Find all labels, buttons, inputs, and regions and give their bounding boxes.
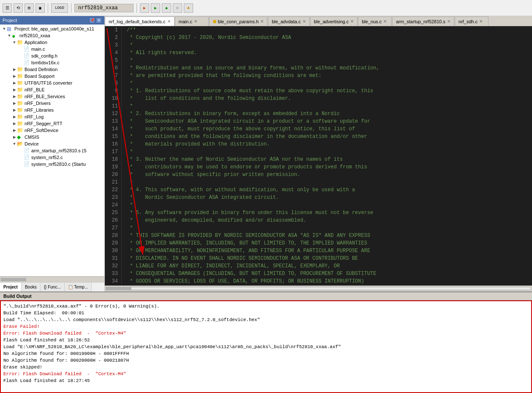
tree-arrow: ▶ [12,108,17,112]
code-line-9: * 1. Redistributions of source code must… [127,87,532,95]
tree-item-device[interactable]: ▼ 📂 Device [0,140,104,147]
toolbar-btn-2[interactable]: ⟲ [14,3,23,13]
tab-close-icon[interactable]: ✕ [479,19,483,24]
tab-ble-advertising[interactable]: ble_advertising.c ✕ [310,16,358,26]
build-line-9: No Algorithm found for: 00020000H - 0002… [3,357,529,364]
toolbar-run-btn[interactable]: ▶ [140,3,149,13]
code-line-1: /** [127,26,532,34]
tab-close-icon[interactable]: ✕ [447,19,450,24]
tree-arrow: ▶ [12,67,17,71]
tree-item-nrf-ble[interactable]: ▶ 📁 nRF_BLE [0,86,104,93]
tab-close-icon[interactable]: ✕ [350,19,354,24]
tree-item-nrf-libraries[interactable]: ▶ 📁 nRF_Libraries [0,107,104,113]
tree-label: nRF_BLE_Services [25,94,65,99]
toolbar-btn-4[interactable]: ▣ [35,3,45,13]
folder-nrf-segger-icon: 📁 [17,121,24,126]
line-num-25: 25 [108,209,118,217]
toolbar-btn-1[interactable]: ☰ [3,3,12,13]
code-line-32: * LIABLE FOR ANY DIRECT, INDIRECT, INCID… [127,262,532,270]
sidebar-scrollbar[interactable] [0,276,104,282]
build-line-12: Flash Load finished at 18:27:45 [3,377,529,384]
main-container: Project 📌 ✕ ▼ ⊞ Project: ble_app_uart_pc… [0,16,532,393]
toolbar-build-btn[interactable]: ⊙ [173,3,182,13]
file-c3-icon: 📄 [24,154,30,160]
code-editor[interactable]: 1 2 3 4 5 6 7 8 9 10 11 12 13 14 [105,26,532,286]
toolbar-btn-3[interactable]: ⊞ [25,3,34,13]
build-line-4: Erase Failed! [3,323,529,330]
tab-close-icon[interactable]: ✕ [167,19,171,24]
folder-nrf-libraries-icon: 📁 [17,107,24,113]
toolbar-sep-1 [48,3,48,13]
tab-nrf-sdh[interactable]: nrf_sdh.c ✕ [455,16,488,26]
line-num-5: 5 [108,57,118,64]
tree-item-nrf-ble-services[interactable]: ▶ 📁 nRF_BLE_Services [0,93,104,100]
tree-label: nRF_Libraries [25,107,54,113]
tab-ble-advdata[interactable]: ble_advdata.c ✕ [268,16,310,26]
tree-item-project-root[interactable]: ▼ ⊞ Project: ble_app_uart_pca10040e_s11 [0,25,104,32]
tree-arrow: ▶ [12,121,17,126]
toolbar-flash-btn[interactable]: ▲ [184,3,193,13]
tree-item-system-nrf52810[interactable]: 📄 system_nrf52810.c (Startu [0,161,104,168]
tab-close-icon[interactable]: ✕ [383,19,387,24]
sidebar-pin-btn[interactable]: 📌 [89,17,95,23]
sidebar-tab-temp[interactable]: 📋 Temp... [65,283,92,291]
line-num-26: 26 [108,217,118,224]
sidebar-tab-project[interactable]: Project [0,283,22,291]
tree-item-board-support[interactable]: ▶ 📁 Board Support [0,73,104,80]
sidebar-tree: ▼ ⊞ Project: ble_app_uart_pca10040e_s11 … [0,25,104,276]
tree-item-application[interactable]: ▼ 📁 Application [0,39,104,46]
tab-close-icon[interactable]: ✕ [260,19,264,24]
scroll-thumb[interactable] [106,287,131,290]
tab-main[interactable]: main.c ✕ [175,16,209,26]
sidebar-tab-func[interactable]: {} Func... [41,283,65,291]
tab-close-icon[interactable]: ✕ [303,19,306,24]
tab-label: ble_advertising.c [314,19,349,24]
tree-item-nrf-softdevice[interactable]: ▶ 📁 nRF_SoftDevice [0,127,104,134]
tree-item-utf8[interactable]: ▶ 📁 UTF8/UTF16 converter [0,80,104,86]
tab-arm-startup[interactable]: arm_startup_nrf52810.s ✕ [392,16,454,26]
tree-label: main.c [31,47,45,52]
tab-ble-conn[interactable]: ble_conn_params.h ✕ [209,16,268,26]
build-line-5: Error: Flash Download failed - "Cortex-M… [3,330,529,337]
tree-item-arm-startup[interactable]: 📄 arm_startup_nrf52810.s (S [0,147,104,154]
toolbar-btn-logo[interactable]: LOGO [51,3,68,13]
code-scrollbar[interactable] [105,286,532,291]
line-num-13: 13 [108,118,118,125]
tree-label: sdk_config.h [31,53,57,58]
tree-arrow-empty [19,155,24,159]
line-num-28: 28 [108,232,118,239]
tree-item-nrf-drivers[interactable]: ▶ 📁 nRF_Drivers [0,100,104,107]
line-num-24: 24 [108,201,118,209]
code-line-16: * materials provided with the distributi… [127,140,532,148]
build-content[interactable]: ".\_build\nrf52810_xxaa.axf" - 0 Error(s… [0,300,532,393]
tab-ble-nus[interactable]: ble_nus.c ✕ [358,16,392,26]
line-numbers: 1 2 3 4 5 6 7 8 9 10 11 12 13 14 [105,26,122,286]
tree-item-lsm6dsv[interactable]: 📄 lsm6dsv16x.c [0,59,104,66]
line-num-34: 34 [108,278,118,285]
scroll-track[interactable] [106,287,531,290]
code-line-15: * conditions and the following disclaime… [127,133,532,140]
toolbar-debug-btn[interactable]: ▶ [151,3,160,13]
sidebar-tab-books[interactable]: Books [22,283,41,291]
tree-item-sdk-config[interactable]: 📄 sdk_config.h [0,52,104,59]
code-line-18: * 3. Neither the name of Nordic Semicond… [127,156,532,163]
line-num-3: 3 [108,41,118,49]
build-line-1: ".\_build\nrf52810_xxaa.axf" - 0 Error(s… [3,303,529,310]
line-num-9: 9 [108,87,118,95]
folder-utf8-icon: 📁 [17,80,24,86]
tree-item-nrf52810[interactable]: ▼ ● nrf52810_xxaa [0,32,104,39]
tree-item-nrf-segger[interactable]: ▶ 📁 nRF_Segger_RTT [0,120,104,127]
tree-item-cmsis[interactable]: ▶ ◆ CMSIS [0,134,104,140]
tree-arrow: ▶ [12,74,17,78]
tab-nrf-log[interactable]: nrf_log_default_backends.c ✕ [105,16,175,26]
tab-close-icon[interactable]: ✕ [194,19,197,24]
tree-item-main-c[interactable]: 📄 main.c [0,46,104,52]
toolbar-stop-btn[interactable]: ◆ [162,3,171,13]
tree-item-system-nrf52[interactable]: 📄 system_nrf52.c [0,154,104,161]
tree-item-nrf-log[interactable]: ▶ 📁 nRF_Log [0,113,104,120]
sidebar-close-btn[interactable]: ✕ [96,17,102,23]
tree-item-board-def[interactable]: ▶ 📁 Board Definition [0,66,104,73]
code-line-5: * [127,57,532,64]
editor-area: nrf_log_default_backends.c ✕ main.c ✕ bl… [105,16,532,291]
line-num-31: 31 [108,255,118,262]
